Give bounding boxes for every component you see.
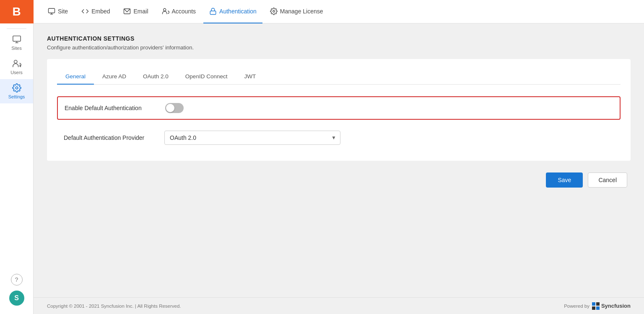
- svg-point-7: [273, 10, 275, 12]
- svg-rect-6: [210, 11, 216, 14]
- logo-letter: B: [12, 5, 21, 18]
- main-content: Site Embed Email Accounts Authentication: [34, 0, 644, 314]
- sf-block: [592, 302, 595, 306]
- enable-default-auth-toggle[interactable]: [165, 103, 184, 113]
- tab-general[interactable]: General: [57, 69, 94, 85]
- toggle-track: [165, 103, 184, 113]
- topnav: Site Embed Email Accounts Authentication: [34, 0, 644, 23]
- monitor-icon: [12, 35, 21, 44]
- powered-by-label: Powered by: [564, 304, 589, 309]
- accounts-icon: [162, 8, 169, 15]
- copyright-text: Copyright © 2001 - 2021 Syncfusion Inc. …: [47, 304, 181, 309]
- sidebar-item-sites[interactable]: Sites: [0, 31, 33, 55]
- tabs: General Azure AD OAuth 2.0 OpenID Connec…: [57, 69, 621, 85]
- tab-jwt[interactable]: JWT: [236, 69, 264, 85]
- nav-item-email[interactable]: Email: [117, 0, 154, 23]
- save-button[interactable]: Save: [546, 172, 583, 188]
- action-bar: Save Cancel: [47, 172, 631, 188]
- nav-label: Accounts: [172, 8, 196, 15]
- nav-label: Site: [58, 8, 68, 15]
- sidebar-item-users[interactable]: Users: [0, 55, 33, 79]
- page-content: AUTHENTICATION SETTINGS Configure authen…: [34, 23, 644, 297]
- nav-label: Manage License: [280, 8, 323, 15]
- sf-block: [596, 306, 600, 310]
- sf-block: [596, 302, 600, 306]
- cancel-button[interactable]: Cancel: [588, 172, 627, 188]
- sidebar-item-label: Users: [10, 70, 23, 75]
- default-provider-label: Default Authentication Provider: [64, 134, 156, 141]
- enable-default-auth-row: Enable Default Authentication: [57, 96, 621, 120]
- settings-card: General Azure AD OAuth 2.0 OpenID Connec…: [47, 59, 631, 161]
- cog-icon: [270, 8, 278, 15]
- sidebar-item-label: Sites: [11, 46, 21, 51]
- section-desc: Configure authentication/authorization p…: [47, 44, 631, 51]
- syncfusion-text: Syncfusion: [601, 303, 631, 309]
- enable-default-auth-label: Enable Default Authentication: [65, 105, 157, 111]
- tab-oauth2[interactable]: OAuth 2.0: [135, 69, 177, 85]
- nav-item-authentication[interactable]: Authentication: [203, 0, 262, 23]
- gear-icon: [12, 83, 21, 93]
- email-icon: [123, 8, 131, 15]
- sidebar-bottom: ? S: [0, 274, 33, 306]
- nav-item-site[interactable]: Site: [42, 0, 74, 23]
- toggle-thumb: [166, 104, 174, 112]
- svg-rect-0: [13, 36, 20, 41]
- svg-point-2: [16, 87, 18, 89]
- tab-openid[interactable]: OpenID Connect: [177, 69, 236, 85]
- section-title: AUTHENTICATION SETTINGS: [47, 35, 631, 42]
- sf-icon: [592, 302, 600, 310]
- sidebar-item-label: Settings: [8, 94, 25, 99]
- sidebar: B Sites Users Settings ? S: [0, 0, 34, 314]
- footer: Copyright © 2001 - 2021 Syncfusion Inc. …: [34, 297, 644, 314]
- sf-block: [592, 306, 595, 310]
- syncfusion-logo: Syncfusion: [592, 302, 631, 310]
- sidebar-divider: [7, 28, 26, 29]
- code-icon: [81, 8, 89, 15]
- nav-label: Email: [133, 8, 148, 15]
- lock-icon: [209, 8, 217, 15]
- app-logo[interactable]: B: [0, 0, 34, 23]
- svg-point-1: [14, 60, 17, 63]
- help-button[interactable]: ?: [11, 274, 23, 286]
- avatar[interactable]: S: [9, 291, 24, 306]
- nav-item-embed[interactable]: Embed: [75, 0, 116, 23]
- users-icon: [12, 59, 21, 68]
- default-provider-select[interactable]: OAuth 2.0 Azure AD OpenID Connect JWT: [164, 131, 340, 145]
- nav-label: Embed: [91, 8, 110, 15]
- nav-label: Authentication: [219, 8, 257, 15]
- nav-item-accounts[interactable]: Accounts: [156, 0, 202, 23]
- monitor-icon: [48, 8, 55, 15]
- default-provider-row: Default Authentication Provider OAuth 2.…: [57, 125, 621, 151]
- svg-point-5: [163, 8, 166, 11]
- sidebar-item-settings[interactable]: Settings: [0, 79, 33, 103]
- svg-rect-3: [49, 8, 55, 13]
- nav-item-manage-license[interactable]: Manage License: [264, 0, 329, 23]
- default-provider-select-wrapper: OAuth 2.0 Azure AD OpenID Connect JWT ▼: [164, 131, 340, 145]
- tab-azure-ad[interactable]: Azure AD: [94, 69, 135, 85]
- powered-by: Powered by Syncfusion: [564, 302, 631, 310]
